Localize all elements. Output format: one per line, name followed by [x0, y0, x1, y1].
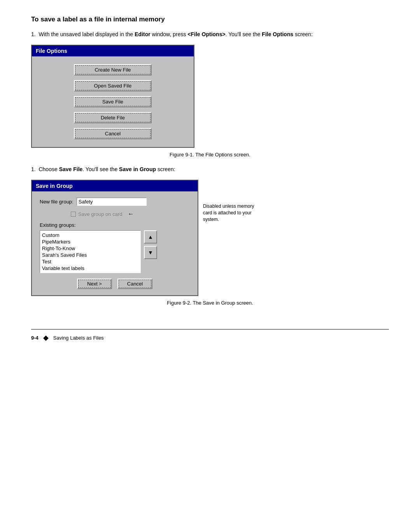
checkbox-row: Save group on card ← — [71, 210, 190, 217]
save-file-button[interactable]: Save File — [74, 96, 152, 107]
annotation-text: Disabled unless memory card is attached … — [203, 203, 257, 223]
existing-groups-label: Existing groups: — [40, 222, 190, 228]
open-saved-file-button[interactable]: Open Saved File — [74, 80, 152, 91]
arrow-indicator: ← — [128, 210, 134, 217]
scroll-buttons: ▲ ▼ — [144, 230, 157, 273]
list-item[interactable]: Variable text labels — [41, 265, 139, 272]
create-new-file-button[interactable]: Create New File — [74, 64, 152, 75]
step2-before: Choose — [38, 166, 59, 172]
file-options-dialog: File Options Create New File Open Saved … — [31, 45, 194, 148]
step1-bold1: Editor — [135, 31, 150, 37]
step2-bold2: Save in Group — [119, 166, 156, 172]
next-button[interactable]: Next > — [77, 279, 112, 289]
footer-bullet: ◆ — [43, 333, 49, 342]
save-on-card-checkbox[interactable] — [71, 212, 76, 217]
file-options-titlebar: File Options — [32, 46, 194, 56]
annotation-content: Disabled unless memory card is attached … — [203, 203, 254, 222]
file-options-body: Create New File Open Saved File Save Fil… — [32, 56, 194, 147]
step1-before: With the unsaved label displayed in the — [38, 31, 135, 37]
step2-after: screen: — [156, 166, 175, 172]
delete-file-button[interactable]: Delete File — [74, 112, 152, 123]
save-group-wrapper: Save in Group New file group: Save group… — [31, 180, 389, 300]
step1-end: screen: — [293, 31, 313, 37]
step1-after: . You'll see the — [226, 31, 262, 37]
step1-mid: window, press — [150, 31, 188, 37]
step2-mid: . You'll see the — [82, 166, 119, 172]
step1-text: 1. With the unsaved label displayed in t… — [31, 30, 389, 39]
scroll-down-button[interactable]: ▼ — [144, 246, 157, 259]
bottom-buttons: Next > Cancel — [40, 279, 190, 289]
step2-text: 1. Choose Save File. You'll see the Save… — [31, 165, 389, 174]
step1-bold3: File Options — [262, 31, 293, 37]
step1-bold2: <File Options> — [187, 31, 225, 37]
save-group-dialog: Save in Group New file group: Save group… — [31, 180, 198, 296]
footer: 9-4 ◆ Saving Labels as Files — [31, 329, 389, 342]
save-group-body: New file group: Save group on card ← Exi… — [32, 191, 198, 295]
new-file-group-label: New file group: — [40, 199, 74, 205]
list-area: Custom PipeMarkers Right-To-Know Sarah's… — [40, 230, 190, 273]
footer-text: Saving Labels as Files — [53, 335, 104, 341]
new-file-group-row: New file group: — [40, 198, 190, 206]
page-content: To save a label as a file in internal me… — [31, 16, 389, 342]
section-heading: To save a label as a file in internal me… — [31, 16, 389, 23]
save-on-card-label: Save group on card — [78, 211, 122, 217]
list-item[interactable]: PipeMarkers — [41, 238, 139, 245]
footer-page: 9-4 — [31, 335, 38, 341]
new-file-group-input[interactable] — [77, 198, 147, 206]
figure2-caption: Figure 9-2. The Save in Group screen. — [31, 300, 389, 306]
list-item[interactable]: Sarah's Saved Files — [41, 252, 139, 258]
cancel-button-file-options[interactable]: Cancel — [74, 128, 152, 139]
groups-list[interactable]: Custom PipeMarkers Right-To-Know Sarah's… — [40, 230, 141, 273]
scroll-up-button[interactable]: ▲ — [144, 230, 157, 244]
step2-bold1: Save File — [59, 166, 83, 172]
list-item[interactable]: Custom — [41, 232, 139, 238]
save-group-titlebar: Save in Group — [32, 181, 198, 191]
list-item[interactable]: Test — [41, 258, 139, 265]
figure1-caption: Figure 9-1. The File Options screen. — [31, 152, 389, 158]
list-item[interactable]: Right-To-Know — [41, 245, 139, 252]
cancel-button-save-group[interactable]: Cancel — [117, 279, 152, 289]
